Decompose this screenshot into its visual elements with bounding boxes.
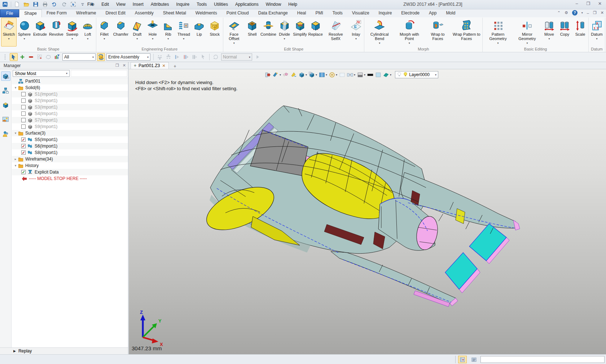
chevron-down-icon[interactable]: ▾: [548, 37, 550, 40]
add-entity-icon[interactable]: [18, 53, 26, 61]
new-tab-button[interactable]: +: [172, 64, 178, 69]
state-b-icon[interactable]: [182, 53, 190, 61]
chevron-down-icon[interactable]: ▾: [596, 37, 597, 40]
revolve-button[interactable]: Revolve: [48, 18, 65, 47]
state-c-icon[interactable]: [190, 53, 198, 61]
role-manager-icon[interactable]: [1, 129, 10, 139]
help-dropdown-icon[interactable]: ▾: [581, 11, 583, 14]
collapse-ribbon-icon[interactable]: ⌃: [557, 10, 561, 15]
render-manager-icon[interactable]: [1, 115, 10, 124]
mirror-geometry-button[interactable]: Mirror Geometry▾: [513, 18, 541, 47]
tree-row[interactable]: ▾Solid(6): [12, 84, 128, 91]
tree-row[interactable]: ----- MODEL STOP HERE -----: [12, 175, 128, 182]
command-input[interactable]: [480, 356, 605, 363]
menu-utilities[interactable]: Utilities: [210, 0, 232, 9]
inlay-button[interactable]: EInlay▾: [348, 18, 364, 47]
combine-button[interactable]: Combine: [260, 18, 277, 47]
chevron-down-icon[interactable]: ▾: [497, 41, 499, 45]
menu-attributes[interactable]: Attributes: [147, 0, 173, 9]
eraser-icon[interactable]: [282, 71, 289, 78]
chevron-down-icon[interactable]: ▾: [284, 37, 285, 40]
extrude-button[interactable]: Extrude: [32, 18, 48, 47]
display-cube-icon[interactable]: [298, 71, 305, 78]
draft-button[interactable]: Draft▾: [129, 18, 145, 47]
stock-button[interactable]: Stock: [207, 18, 223, 47]
visibility-checkbox[interactable]: ✓: [21, 144, 26, 148]
model-canvas[interactable]: [129, 69, 606, 354]
output-log-button[interactable]: [470, 356, 478, 363]
visibility-checkbox[interactable]: [21, 92, 26, 96]
manager-float-icon[interactable]: ❐: [115, 63, 119, 68]
tree-row[interactable]: S3(Import1): [12, 104, 128, 110]
manager-tree-icon[interactable]: [1, 71, 10, 81]
chevron-down-icon[interactable]: ▾: [306, 73, 307, 76]
scale-button[interactable]: Scale: [572, 18, 588, 47]
chevron-right-icon[interactable]: ▸: [13, 157, 18, 161]
chevron-down-icon[interactable]: ▾: [233, 41, 235, 45]
pattern-geometry-button[interactable]: Pattern Geometry▾: [483, 18, 513, 47]
tree-row[interactable]: ▸Wireframe(34): [12, 156, 128, 162]
new-file-icon[interactable]: [13, 1, 21, 8]
tree-row[interactable]: ▾Surface(3): [12, 130, 128, 136]
ribbon-tab-data-exchange[interactable]: Data Exchange: [254, 9, 293, 17]
sphere-button[interactable]: Sphere▾: [17, 18, 32, 47]
replay-bar[interactable]: ▶ Replay: [0, 347, 128, 354]
menu-insert[interactable]: Insert: [129, 0, 147, 9]
shade-mode-icon[interactable]: [272, 71, 279, 78]
toolbox-toggle-button[interactable]: T: [458, 356, 467, 363]
chevron-down-icon[interactable]: ▾: [379, 41, 380, 45]
cylindrical-bend-button[interactable]: Cylindrical Bend▾: [365, 18, 394, 47]
minimize-button[interactable]: –: [574, 1, 580, 6]
viewport-layout-icon[interactable]: [319, 71, 325, 78]
menu-tools[interactable]: Tools: [193, 0, 210, 9]
simplify-button[interactable]: Simplify: [292, 18, 308, 47]
scope-dropdown[interactable]: Entire Assembly▾: [106, 53, 150, 61]
print-icon[interactable]: [41, 1, 49, 8]
move-button[interactable]: Move▾: [541, 18, 557, 47]
restore-button[interactable]: ❐: [585, 1, 592, 6]
visibility-checkbox[interactable]: [21, 111, 26, 116]
divide-button[interactable]: Divide▾: [277, 18, 292, 47]
drag-handle-icon[interactable]: [1, 53, 9, 61]
copy-button[interactable]: Copy: [557, 18, 572, 47]
menu-file[interactable]: File: [84, 0, 98, 9]
regen-icon[interactable]: [97, 53, 105, 61]
viewport[interactable]: ▾▾3▾▾▾▾▾▾Layer0000▾ Hold down <F2> for d…: [129, 69, 606, 354]
doc-restore-icon[interactable]: ❐: [593, 10, 597, 15]
align-b-icon[interactable]: [164, 53, 172, 61]
tree-row[interactable]: ✓S6(Import1): [12, 143, 128, 149]
chevron-down-icon[interactable]: ▾: [364, 73, 365, 76]
constraint-icon[interactable]: [212, 53, 220, 61]
fillet-button[interactable]: Fillet▾: [97, 18, 112, 47]
remove-entity-icon[interactable]: [27, 53, 35, 61]
settings-gear-icon[interactable]: ⚙: [565, 10, 568, 15]
chevron-down-icon[interactable]: ▾: [409, 41, 410, 45]
chevron-down-icon[interactable]: ▾: [23, 37, 25, 40]
tree-row[interactable]: ✓S5(Import1): [12, 136, 128, 143]
background-icon[interactable]: [357, 71, 364, 78]
chevron-down-icon[interactable]: ▾: [71, 37, 73, 40]
exit-view-icon[interactable]: [264, 71, 271, 78]
menu-view[interactable]: View: [113, 0, 129, 9]
tree-row[interactable]: S7(Import1): [12, 117, 128, 123]
chevron-down-icon[interactable]: ▾: [13, 86, 18, 89]
pick-pattern-icon[interactable]: [36, 53, 44, 61]
replace-button[interactable]: Replace: [308, 18, 323, 47]
visibility-checkbox[interactable]: [21, 105, 26, 109]
chevron-down-icon[interactable]: ▾: [104, 37, 105, 40]
snap-mode-dropdown[interactable]: Normal▾: [221, 53, 252, 61]
ribbon-tab-electrode[interactable]: Electrode: [396, 9, 424, 17]
menu-edit[interactable]: Edit: [98, 0, 113, 9]
chevron-down-icon[interactable]: ▾: [280, 73, 281, 76]
visual-manager-icon[interactable]: [1, 100, 10, 110]
lip-button[interactable]: Lip: [192, 18, 207, 47]
tree-row[interactable]: S2(Import1): [12, 97, 128, 104]
chevron-down-icon[interactable]: ▾: [354, 73, 355, 76]
tree-row[interactable]: S1(Import1): [12, 91, 128, 97]
menu-inquire[interactable]: Inquire: [173, 0, 193, 9]
ribbon-tab-weldments[interactable]: Weldments: [191, 9, 222, 17]
chevron-down-icon[interactable]: ▾: [152, 37, 153, 40]
ribbon-tab-file[interactable]: File: [0, 9, 19, 17]
ribbon-tab-app[interactable]: App: [424, 9, 441, 17]
document-tab-close-icon[interactable]: ✕: [162, 63, 165, 68]
